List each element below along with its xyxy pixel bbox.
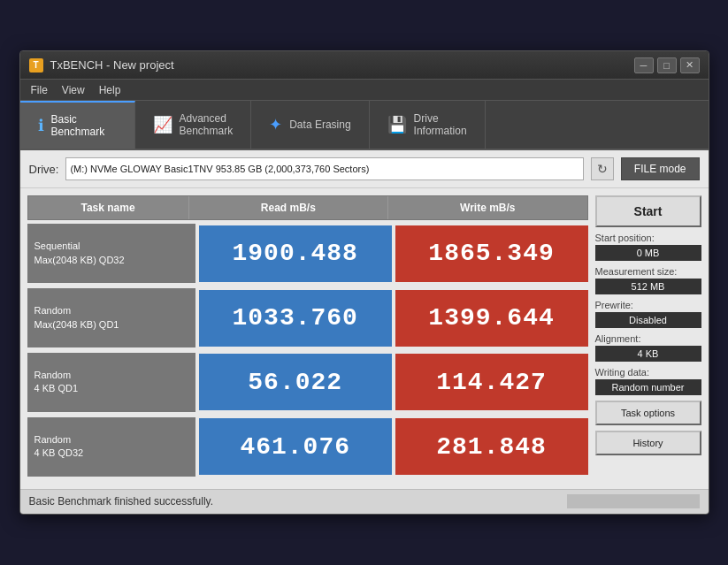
- table-header: Task name Read mB/s Write mB/s: [27, 195, 588, 220]
- title-bar: T TxBENCH - New project ─ □ ✕: [20, 51, 709, 80]
- header-write: Write mB/s: [388, 196, 586, 219]
- row-3-write: 281.848: [395, 418, 588, 475]
- alignment-block: Alignment: 4 KB: [595, 333, 701, 362]
- row-2-label: Random4 KB QD1: [27, 353, 195, 412]
- writing-data-value: Random number: [595, 379, 701, 395]
- drive-selector-row: Drive: (M:) NVMe GLOWAY Basic1TNV 953.85…: [20, 150, 709, 188]
- history-button[interactable]: History: [595, 431, 701, 455]
- advanced-benchmark-icon: 📈: [153, 115, 172, 134]
- maximize-button[interactable]: □: [657, 57, 677, 73]
- main-content: Task name Read mB/s Write mB/s Sequentia…: [20, 188, 709, 488]
- row-1-write: 1399.644: [395, 290, 588, 347]
- header-task-name: Task name: [28, 196, 189, 219]
- prewrite-value: Disabled: [595, 312, 701, 328]
- window-title: TxBENCH - New project: [50, 58, 174, 72]
- tab-erasing-label: Data Erasing: [289, 118, 350, 131]
- drive-info-icon: 💾: [387, 115, 407, 134]
- menu-view[interactable]: View: [55, 82, 92, 98]
- row-3-read: 461.076: [199, 418, 392, 475]
- measurement-size-value: 512 MB: [595, 279, 701, 294]
- close-button[interactable]: ✕: [680, 57, 700, 73]
- table-row: Random4 KB QD32 461.076 281.848: [27, 417, 588, 477]
- header-read: Read mB/s: [189, 196, 388, 219]
- file-mode-button[interactable]: FILE mode: [621, 157, 700, 180]
- task-options-button[interactable]: Task options: [595, 401, 701, 425]
- window-controls: ─ □ ✕: [634, 57, 700, 73]
- right-panel: Start Start position: 0 MB Measurement s…: [595, 195, 701, 481]
- tab-basic-benchmark[interactable]: ℹ BasicBenchmark: [20, 101, 135, 149]
- toolbar: ℹ BasicBenchmark 📈 AdvancedBenchmark ✦ D…: [20, 101, 709, 150]
- tab-advanced-label: AdvancedBenchmark: [180, 112, 234, 138]
- table-row: RandomMax(2048 KB) QD1 1033.760 1399.644: [27, 288, 588, 347]
- tab-data-erasing[interactable]: ✦ Data Erasing: [251, 101, 369, 149]
- status-progress-bar: [567, 494, 700, 508]
- status-text: Basic Benchmark finished successfully.: [29, 495, 567, 508]
- row-0-read: 1900.488: [199, 225, 392, 282]
- title-bar-left: T TxBENCH - New project: [29, 58, 174, 73]
- status-bar: Basic Benchmark finished successfully.: [20, 489, 709, 514]
- data-erasing-icon: ✦: [269, 115, 282, 134]
- row-2-read: 56.022: [199, 354, 392, 410]
- basic-benchmark-icon: ℹ: [38, 116, 44, 135]
- start-position-label: Start position:: [595, 233, 701, 243]
- tab-basic-label: BasicBenchmark: [51, 113, 105, 139]
- row-0-write: 1865.349: [395, 225, 588, 282]
- row-2-write: 114.427: [395, 354, 588, 410]
- prewrite-block: Prewrite: Disabled: [595, 300, 701, 328]
- minimize-button[interactable]: ─: [634, 57, 654, 73]
- writing-data-block: Writing data: Random number: [595, 367, 701, 395]
- alignment-value: 4 KB: [595, 346, 701, 362]
- menu-help[interactable]: Help: [92, 82, 128, 98]
- tab-drive-information[interactable]: 💾 DriveInformation: [370, 101, 486, 149]
- alignment-label: Alignment:: [595, 333, 701, 344]
- table-row: SequentialMax(2048 KB) QD32 1900.488 186…: [27, 224, 588, 283]
- refresh-button[interactable]: ↻: [591, 157, 614, 180]
- app-icon: T: [29, 58, 43, 73]
- start-position-value: 0 MB: [595, 245, 701, 261]
- drive-label: Drive:: [29, 163, 59, 176]
- measurement-size-block: Measurement size: 512 MB: [595, 266, 701, 294]
- benchmark-table: Task name Read mB/s Write mB/s Sequentia…: [27, 195, 588, 481]
- menu-file[interactable]: File: [24, 82, 55, 98]
- start-position-block: Start position: 0 MB: [595, 233, 701, 261]
- menu-bar: File View Help: [20, 80, 709, 101]
- row-1-read: 1033.760: [199, 290, 392, 347]
- measurement-size-label: Measurement size:: [595, 266, 701, 277]
- start-button[interactable]: Start: [595, 195, 701, 227]
- writing-data-label: Writing data:: [595, 367, 701, 378]
- table-row: Random4 KB QD1 56.022 114.427: [27, 353, 588, 412]
- row-1-label: RandomMax(2048 KB) QD1: [27, 288, 195, 347]
- prewrite-label: Prewrite:: [595, 300, 701, 310]
- drive-select-wrap: (M:) NVMe GLOWAY Basic1TNV 953.85 GB (2,…: [65, 157, 583, 180]
- row-0-label: SequentialMax(2048 KB) QD32: [27, 224, 195, 283]
- tab-drive-label: DriveInformation: [414, 112, 467, 138]
- drive-select[interactable]: (M:) NVMe GLOWAY Basic1TNV 953.85 GB (2,…: [65, 157, 583, 180]
- tab-advanced-benchmark[interactable]: 📈 AdvancedBenchmark: [135, 101, 252, 149]
- row-3-label: Random4 KB QD32: [27, 417, 195, 477]
- app-window: T TxBENCH - New project ─ □ ✕ File View …: [19, 50, 709, 514]
